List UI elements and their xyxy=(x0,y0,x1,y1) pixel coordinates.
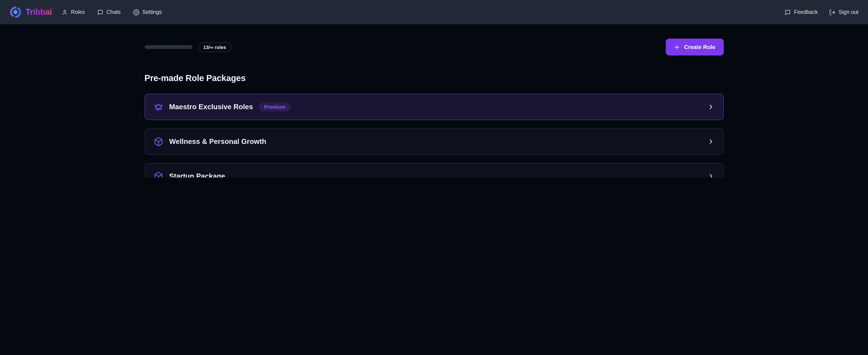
chevron-right-icon xyxy=(707,173,714,177)
package-row-startup[interactable]: Startup Package xyxy=(145,163,723,177)
packages-section-title: Pre-made Role Packages xyxy=(145,73,723,83)
user-icon xyxy=(62,9,68,16)
chat-bubble-icon xyxy=(97,9,103,16)
navbar: Tribbai Roles Chats Settings xyxy=(0,0,868,24)
brand-name: Tribbai xyxy=(26,7,52,17)
nav-item-label: Settings xyxy=(142,9,162,15)
roles-count-badge: 13/∞ roles xyxy=(198,42,232,52)
nav-item-roles[interactable]: Roles xyxy=(62,9,85,16)
package-name: Maestro Exclusive Roles xyxy=(169,103,253,111)
nav-item-label: Sign out xyxy=(839,9,859,15)
nav-item-label: Chats xyxy=(106,9,121,15)
chevron-right-icon xyxy=(707,103,714,111)
roles-page: 13/∞ roles Create Role Pre-made Role Pac… xyxy=(145,24,723,177)
package-icon xyxy=(154,137,163,146)
roles-progress-bar xyxy=(145,45,192,49)
nav-item-feedback[interactable]: Feedback xyxy=(784,9,818,16)
nav-right: Feedback Sign out xyxy=(784,9,859,16)
package-name: Startup Package xyxy=(169,172,225,177)
gear-icon xyxy=(133,9,139,16)
app-window: Tribbai Roles Chats Settings xyxy=(0,0,868,177)
chat-bubble-icon xyxy=(784,9,791,16)
package-icon xyxy=(154,172,163,177)
package-row-wellness[interactable]: Wellness & Personal Growth xyxy=(145,128,723,155)
tribbai-logo-icon xyxy=(9,6,22,18)
nav-item-sign-out[interactable]: Sign out xyxy=(829,9,859,16)
package-name: Wellness & Personal Growth xyxy=(169,138,267,146)
plus-icon xyxy=(674,44,680,50)
sign-out-icon xyxy=(829,9,836,16)
nav-item-settings[interactable]: Settings xyxy=(133,9,162,16)
package-row-maestro[interactable]: Maestro Exclusive Roles Premium xyxy=(145,94,723,120)
nav-item-chats[interactable]: Chats xyxy=(97,9,121,16)
nav-item-label: Feedback xyxy=(794,9,818,15)
chevron-right-icon xyxy=(707,138,714,145)
create-role-label: Create Role xyxy=(684,44,716,50)
brand[interactable]: Tribbai xyxy=(9,6,52,18)
roles-toolbar: 13/∞ roles Create Role xyxy=(145,38,723,56)
crown-icon xyxy=(154,102,163,112)
nav-item-label: Roles xyxy=(71,9,85,15)
nav-links: Roles Chats Settings xyxy=(62,9,162,16)
create-role-button[interactable]: Create Role xyxy=(666,38,724,56)
premium-badge: Premium xyxy=(259,102,291,111)
